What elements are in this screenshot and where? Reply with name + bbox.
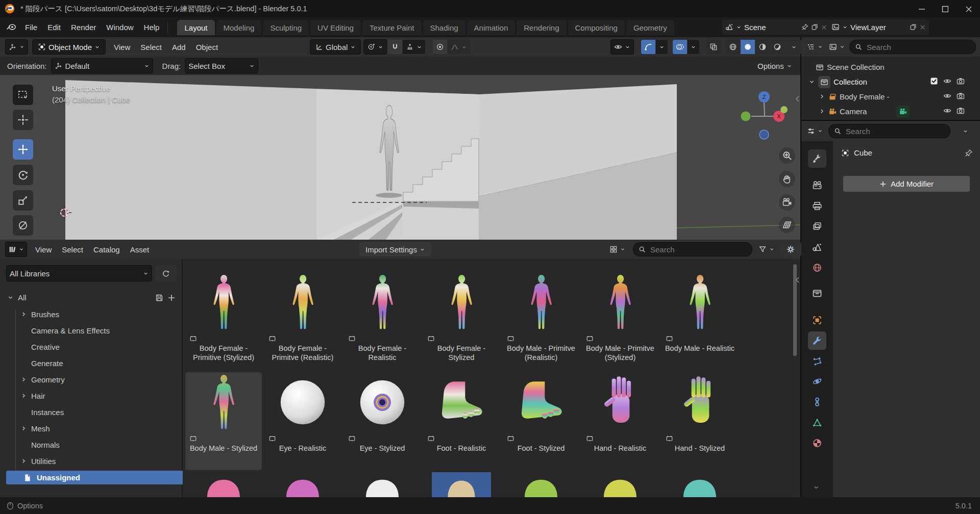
- outliner-row-collection[interactable]: Collection: [808, 74, 867, 89]
- xray-toggle[interactable]: [706, 40, 721, 54]
- overlays-toggle[interactable]: [673, 40, 687, 54]
- tab-view-layer[interactable]: [808, 217, 826, 236]
- viewport-menu-select[interactable]: Select: [135, 40, 167, 54]
- asset-menu-catalog[interactable]: Catalog: [88, 242, 125, 256]
- shading-dropdown[interactable]: [785, 40, 802, 54]
- menu-file[interactable]: File: [20, 20, 42, 35]
- properties-search[interactable]: [828, 124, 950, 138]
- tab-physics[interactable]: [808, 372, 826, 391]
- filter-dropdown[interactable]: [756, 242, 776, 256]
- tool-move[interactable]: [13, 139, 33, 160]
- unlink-scene-icon[interactable]: [821, 24, 827, 31]
- tab-rendering[interactable]: Rendering: [517, 20, 566, 35]
- pivot-point-dropdown[interactable]: [363, 39, 387, 55]
- render-visibility-icon[interactable]: [957, 92, 965, 100]
- shading-wireframe-button[interactable]: [726, 40, 740, 54]
- tab-output[interactable]: [808, 197, 826, 215]
- properties-editor-type-button[interactable]: [805, 124, 824, 138]
- outliner-search-input[interactable]: [866, 42, 970, 52]
- catalog-row-geometry[interactable]: Geometry: [20, 373, 65, 387]
- tab-tool[interactable]: [808, 149, 826, 168]
- new-viewlayer-icon[interactable]: [910, 23, 917, 31]
- asset-menu-view[interactable]: View: [30, 242, 57, 256]
- new-scene-icon[interactable]: [811, 23, 818, 31]
- outliner-row-body-female[interactable]: Body Female -: [819, 89, 890, 104]
- asset-item[interactable]: Body Female - Stylized: [423, 272, 500, 370]
- menu-render[interactable]: Render: [66, 20, 101, 35]
- asset-search-input[interactable]: [649, 245, 747, 254]
- asset-item[interactable]: [423, 472, 500, 497]
- gizmo-y-axis[interactable]: [741, 112, 751, 121]
- orientation-dropdown[interactable]: Default: [51, 58, 153, 73]
- chevron-right-icon[interactable]: [819, 93, 825, 100]
- asset-item[interactable]: [582, 472, 658, 497]
- catalog-row-unassigned[interactable]: Unassigned: [6, 471, 194, 484]
- viewport-canvas[interactable]: User Perspective (204) Collection | Cube…: [0, 75, 800, 240]
- asset-menu-select[interactable]: Select: [57, 242, 88, 256]
- tab-compositing[interactable]: Compositing: [568, 20, 625, 35]
- refresh-library-button[interactable]: [155, 266, 177, 281]
- tab-collection[interactable]: [808, 284, 826, 302]
- show-gizmo-dropdown[interactable]: [610, 39, 634, 55]
- tool-cursor[interactable]: [13, 110, 33, 130]
- import-settings-dropdown[interactable]: Import Settings: [359, 242, 431, 256]
- shading-solid-button[interactable]: [741, 40, 755, 54]
- tab-geometry[interactable]: Geometry: [626, 20, 674, 35]
- display-mode-toggle[interactable]: [607, 242, 627, 256]
- asset-item[interactable]: [503, 472, 579, 497]
- asset-item[interactable]: Body Female - Realistic: [344, 272, 421, 370]
- tab-render[interactable]: [808, 176, 826, 194]
- asset-item[interactable]: Body Female - Primitve (Realistic): [264, 272, 341, 370]
- catalog-row-instances[interactable]: Instances: [31, 405, 64, 419]
- pin-icon[interactable]: [965, 149, 973, 157]
- status-options[interactable]: Options: [17, 502, 43, 510]
- gizmo-y-neg-axis[interactable]: [780, 106, 788, 113]
- asset-settings-button[interactable]: [780, 242, 801, 256]
- asset-item[interactable]: Hand - Realistic: [582, 372, 658, 470]
- save-catalogs-icon[interactable]: [155, 294, 163, 302]
- tab-layout[interactable]: Layout: [177, 20, 214, 35]
- catalog-row-brushes[interactable]: Brushes: [20, 307, 59, 321]
- hide-eye-icon[interactable]: [943, 92, 951, 100]
- pan-button[interactable]: [779, 171, 795, 187]
- zoom-button[interactable]: [779, 147, 795, 164]
- gizmos-toggle[interactable]: [641, 40, 655, 54]
- catalog-row-camera-lens[interactable]: Camera & Lens Effects: [31, 324, 110, 338]
- shading-rendered-button[interactable]: [770, 40, 785, 54]
- editor-type-button[interactable]: [5, 39, 28, 55]
- asset-item[interactable]: Body Male - Realistic: [662, 272, 738, 370]
- library-dropdown[interactable]: All Libraries: [6, 265, 152, 281]
- drag-dropdown[interactable]: Select Box: [185, 58, 258, 73]
- tool-select-box[interactable]: [13, 85, 33, 105]
- gizmos-dropdown[interactable]: [656, 40, 668, 54]
- viewlayer-selector[interactable]: ViewLayer: [828, 19, 929, 35]
- menu-edit[interactable]: Edit: [42, 20, 66, 35]
- snap-settings-dropdown[interactable]: [403, 40, 425, 54]
- viewport-menu-add[interactable]: Add: [167, 40, 191, 54]
- asset-menu-asset[interactable]: Asset: [125, 242, 155, 256]
- blender-menu-icon[interactable]: [6, 22, 17, 33]
- tool-rotate[interactable]: [13, 165, 33, 185]
- tab-constraints[interactable]: [808, 393, 826, 411]
- asset-item[interactable]: Foot - Realistic: [423, 372, 500, 470]
- tab-world[interactable]: [808, 259, 826, 277]
- asset-item[interactable]: [185, 472, 262, 497]
- chevron-down-icon[interactable]: [808, 79, 815, 85]
- hide-eye-icon[interactable]: [943, 107, 951, 115]
- tab-texture-paint[interactable]: Texture Paint: [362, 20, 422, 35]
- tab-object[interactable]: [808, 311, 826, 329]
- outliner-display-mode-dropdown[interactable]: [827, 40, 846, 54]
- catalog-row-generate[interactable]: Generate: [31, 356, 63, 370]
- render-visibility-icon[interactable]: [957, 107, 965, 115]
- asset-item[interactable]: Body Male - Primitve (Stylized): [582, 272, 658, 370]
- minimize-button[interactable]: [910, 0, 933, 17]
- collection-checkbox[interactable]: [930, 77, 938, 85]
- asset-item[interactable]: Foot - Stylized: [503, 372, 579, 470]
- tab-shading[interactable]: Shading: [423, 20, 465, 35]
- tool-scale[interactable]: [13, 190, 33, 211]
- proportional-falloff-dropdown[interactable]: [448, 40, 470, 54]
- menu-help[interactable]: Help: [139, 20, 165, 35]
- close-button[interactable]: [957, 0, 980, 17]
- menu-window[interactable]: Window: [101, 20, 138, 35]
- pin-icon[interactable]: [801, 23, 808, 31]
